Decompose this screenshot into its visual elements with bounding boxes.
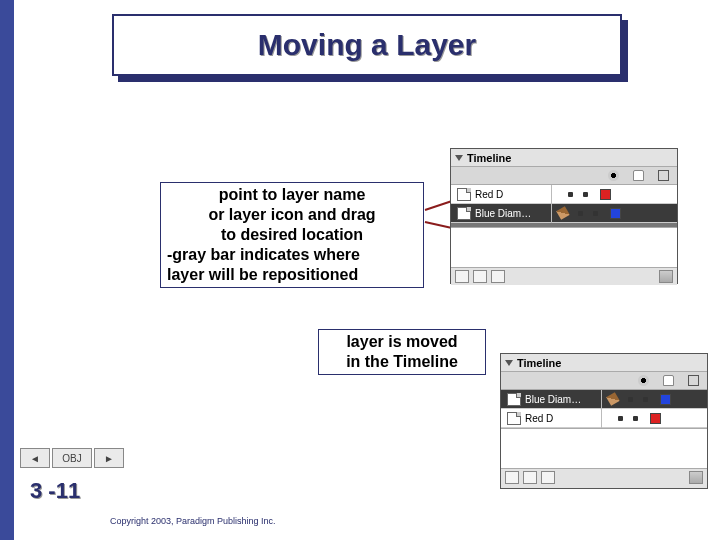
slide-title-container: Moving a Layer	[112, 14, 622, 82]
outline-color-icon[interactable]	[688, 375, 699, 386]
left-accent-bar	[0, 0, 14, 540]
add-folder-icon[interactable]	[491, 270, 505, 283]
separator	[601, 390, 602, 409]
obj-button[interactable]: OBJ	[52, 448, 92, 468]
callout-line: -gray bar indicates where	[167, 245, 417, 265]
layer-list: Red D Blue Diam…	[451, 185, 677, 227]
color-swatch[interactable]	[660, 394, 671, 405]
color-swatch[interactable]	[650, 413, 661, 424]
callout-result: layer is moved in the Timeline	[318, 329, 486, 375]
layer-column-header	[451, 167, 677, 185]
visibility-icon[interactable]	[638, 375, 649, 386]
separator	[601, 409, 602, 428]
lock-icon[interactable]	[663, 375, 674, 386]
add-guide-icon[interactable]	[523, 471, 537, 484]
lock-dot-icon[interactable]	[633, 416, 638, 421]
visibility-dot-icon[interactable]	[628, 397, 633, 402]
trash-icon[interactable]	[689, 471, 703, 484]
layer-icon[interactable]	[457, 207, 471, 220]
layer-icon[interactable]	[507, 412, 521, 425]
callout-line: or layer icon and drag	[167, 205, 417, 225]
next-button[interactable]: ►	[94, 448, 124, 468]
layer-empty-area	[501, 428, 707, 468]
callout-line: point to layer name	[167, 185, 417, 205]
title-box: Moving a Layer	[112, 14, 622, 76]
visibility-dot-icon[interactable]	[618, 416, 623, 421]
lock-icon[interactable]	[633, 170, 644, 181]
obj-label: OBJ	[62, 453, 81, 464]
color-swatch[interactable]	[600, 189, 611, 200]
disclosure-triangle-icon[interactable]	[505, 360, 513, 366]
layer-row[interactable]: Blue Diam…	[501, 390, 707, 409]
callout-line: to desired location	[167, 225, 417, 245]
layer-column-header	[501, 372, 707, 390]
insert-layer-icon[interactable]	[505, 471, 519, 484]
layer-icon[interactable]	[457, 188, 471, 201]
layer-name[interactable]: Red D	[475, 189, 545, 200]
page-number: 3 -11	[30, 478, 80, 504]
slide-title: Moving a Layer	[258, 28, 476, 62]
layer-row[interactable]: Red D	[451, 185, 677, 204]
layer-icon[interactable]	[507, 393, 521, 406]
color-swatch[interactable]	[610, 208, 621, 219]
disclosure-triangle-icon[interactable]	[455, 155, 463, 161]
layer-list: Blue Diam… Red D	[501, 390, 707, 428]
lock-dot-icon[interactable]	[583, 192, 588, 197]
layer-name[interactable]: Red D	[525, 413, 595, 424]
slide-nav: ◄ OBJ ►	[20, 448, 124, 468]
layer-footer	[501, 468, 707, 486]
pencil-icon	[606, 392, 620, 406]
lock-dot-icon[interactable]	[643, 397, 648, 402]
separator	[551, 204, 552, 223]
callout-drag-instruction: point to layer name or layer icon and dr…	[160, 182, 424, 288]
layer-empty-area	[451, 227, 677, 267]
panel-title-text: Timeline	[517, 357, 561, 369]
timeline-panel-after: Timeline Blue Diam… Red D	[500, 353, 708, 489]
insert-layer-icon[interactable]	[455, 270, 469, 283]
timeline-panel-before: Timeline Red D Blue Diam…	[450, 148, 678, 284]
callout-line: layer is moved	[325, 332, 479, 352]
add-folder-icon[interactable]	[541, 471, 555, 484]
panel-titlebar[interactable]: Timeline	[501, 354, 707, 372]
panel-titlebar[interactable]: Timeline	[451, 149, 677, 167]
visibility-dot-icon[interactable]	[578, 211, 583, 216]
lock-dot-icon[interactable]	[593, 211, 598, 216]
callout-line: in the Timeline	[325, 352, 479, 372]
layer-row[interactable]: Red D	[501, 409, 707, 428]
visibility-icon[interactable]	[608, 170, 619, 181]
layer-name[interactable]: Blue Diam…	[475, 208, 545, 219]
layer-name[interactable]: Blue Diam…	[525, 394, 595, 405]
prev-button[interactable]: ◄	[20, 448, 50, 468]
visibility-dot-icon[interactable]	[568, 192, 573, 197]
callout-line: layer will be repositioned	[167, 265, 417, 285]
copyright-text: Copyright 2003, Paradigm Publishing Inc.	[110, 516, 276, 526]
pencil-icon	[556, 206, 570, 220]
add-guide-icon[interactable]	[473, 270, 487, 283]
outline-color-icon[interactable]	[658, 170, 669, 181]
trash-icon[interactable]	[659, 270, 673, 283]
layer-footer	[451, 267, 677, 285]
panel-title-text: Timeline	[467, 152, 511, 164]
layer-row[interactable]: Blue Diam…	[451, 204, 677, 223]
separator	[551, 185, 552, 204]
